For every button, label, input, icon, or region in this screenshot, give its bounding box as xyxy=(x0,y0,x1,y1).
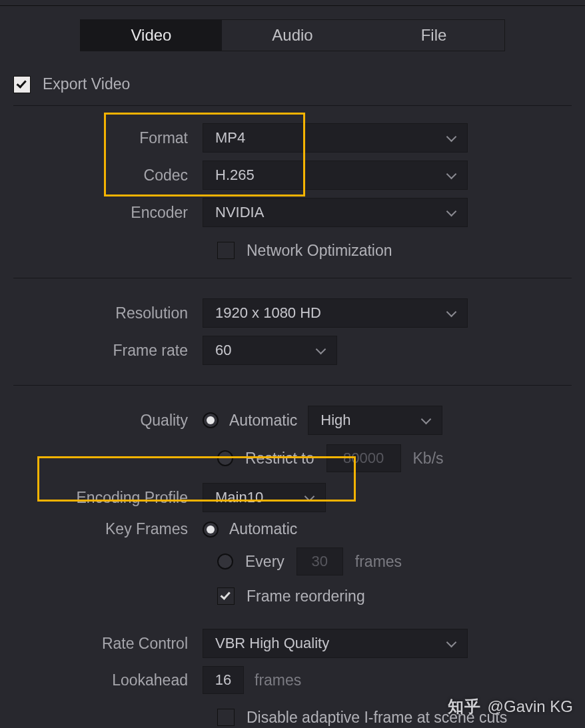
tab-video[interactable]: Video xyxy=(81,20,222,51)
format-value: MP4 xyxy=(215,129,245,147)
chevron-down-icon xyxy=(446,169,458,181)
rate-control-value: VBR High Quality xyxy=(215,635,329,652)
network-optimization-checkbox[interactable] xyxy=(217,242,235,259)
resolution-label: Resolution xyxy=(13,304,203,322)
frame-reordering-label: Frame reordering xyxy=(247,587,365,605)
bitrate-unit: Kb/s xyxy=(413,450,444,468)
quality-auto-radio[interactable] xyxy=(203,412,219,428)
quality-label: Quality xyxy=(13,412,203,430)
chevron-down-icon xyxy=(420,414,432,426)
quality-auto-label: Automatic xyxy=(229,412,297,430)
framerate-select[interactable]: 60 xyxy=(203,336,337,365)
quality-preset-select[interactable]: High xyxy=(308,406,442,435)
lookahead-input[interactable]: 16 xyxy=(203,666,244,694)
export-video-label: Export Video xyxy=(43,75,130,93)
rate-control-label: Rate Control xyxy=(13,635,203,653)
watermark-author: @Gavin KG xyxy=(488,697,573,716)
chevron-down-icon xyxy=(446,307,458,319)
watermark: 知乎 @Gavin KG xyxy=(448,696,573,717)
bitrate-input[interactable]: 80000 xyxy=(326,444,401,472)
lookahead-label: Lookahead xyxy=(13,671,203,689)
encoder-value: NVIDIA xyxy=(215,204,264,221)
format-select[interactable]: MP4 xyxy=(203,123,468,153)
quality-restrict-radio[interactable] xyxy=(217,450,233,466)
chevron-down-icon xyxy=(315,344,327,356)
tab-file[interactable]: File xyxy=(363,20,504,51)
frame-reordering-checkbox[interactable] xyxy=(217,587,235,605)
quality-restrict-label: Restrict to xyxy=(245,450,314,468)
zhihu-logo-text: 知乎 xyxy=(448,696,481,717)
keyframes-every-radio[interactable] xyxy=(217,553,233,569)
rate-control-select[interactable]: VBR High Quality xyxy=(203,629,468,658)
quality-preset-value: High xyxy=(320,412,350,429)
tabs: Video Audio File xyxy=(80,19,505,51)
encoder-select[interactable]: NVIDIA xyxy=(203,198,468,227)
export-video-checkbox[interactable] xyxy=(13,76,31,93)
disable-adaptive-iframe-checkbox[interactable] xyxy=(217,709,235,726)
chevron-down-icon xyxy=(446,206,458,218)
lookahead-unit: frames xyxy=(255,671,301,689)
framerate-value: 60 xyxy=(215,342,231,359)
tab-audio[interactable]: Audio xyxy=(222,20,363,51)
encoding-profile-label: Encoding Profile xyxy=(13,489,203,507)
keyframes-count-input[interactable]: 30 xyxy=(296,547,343,575)
keyframes-every-label: Every xyxy=(245,553,285,571)
chevron-down-icon xyxy=(446,637,458,649)
framerate-label: Frame rate xyxy=(13,342,203,360)
encoding-profile-select[interactable]: Main10 xyxy=(203,483,326,512)
network-optimization-label: Network Optimization xyxy=(247,242,392,260)
codec-value: H.265 xyxy=(215,167,255,184)
encoder-label: Encoder xyxy=(13,204,203,222)
codec-label: Codec xyxy=(13,167,203,184)
encoding-profile-value: Main10 xyxy=(215,489,263,506)
keyframes-label: Key Frames xyxy=(13,520,203,538)
chevron-down-icon xyxy=(446,132,458,144)
keyframes-auto-label: Automatic xyxy=(229,520,297,538)
chevron-down-icon xyxy=(304,492,316,504)
format-label: Format xyxy=(13,129,203,147)
resolution-value: 1920 x 1080 HD xyxy=(215,304,321,322)
keyframes-auto-radio[interactable] xyxy=(203,522,219,538)
resolution-select[interactable]: 1920 x 1080 HD xyxy=(203,298,468,328)
keyframes-unit: frames xyxy=(355,553,402,571)
codec-select[interactable]: H.265 xyxy=(203,161,468,190)
